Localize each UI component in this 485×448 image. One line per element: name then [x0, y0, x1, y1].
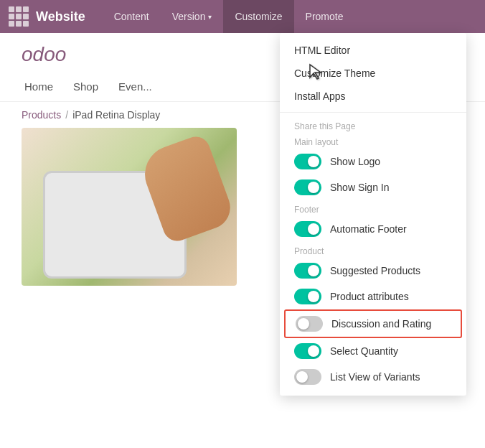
install-apps-item[interactable]: Install Apps	[280, 85, 466, 108]
show-sign-in-label: Show Sign In	[330, 182, 390, 193]
nav-content[interactable]: Content	[103, 0, 161, 33]
toggle-knob	[308, 156, 319, 167]
product-image	[22, 128, 237, 286]
toggle-suggested-products[interactable]: Suggested Products	[280, 258, 466, 284]
discussion-rating-label: Discussion and Rating	[331, 318, 431, 330]
toggle-knob	[298, 318, 309, 330]
breadcrumb-current-page: iPad Retina Display	[72, 109, 160, 121]
nav-version[interactable]: Version ▾	[161, 0, 224, 33]
toggle-knob	[308, 223, 319, 235]
show-logo-toggle[interactable]	[294, 154, 321, 169]
toggle-list-view-variants[interactable]: List View of Variants	[280, 364, 466, 390]
divider-1	[280, 112, 466, 113]
nav-customize[interactable]: Customize	[223, 0, 293, 33]
select-quantity-toggle[interactable]	[294, 343, 321, 359]
breadcrumb-products-link[interactable]: Products	[22, 109, 61, 121]
topbar-nav: Content Version ▾ Customize Promote	[103, 0, 476, 33]
customize-dropdown: HTML Editor Customize Theme Install Apps…	[280, 33, 466, 396]
app-title: Website	[36, 9, 85, 24]
site-nav-events[interactable]: Even...	[116, 80, 155, 93]
toggle-knob	[308, 265, 319, 276]
breadcrumb-separator: /	[65, 109, 68, 121]
toggle-show-sign-in[interactable]: Show Sign In	[280, 174, 466, 200]
toggle-knob	[308, 291, 319, 302]
toggle-knob	[308, 182, 319, 193]
list-view-variants-label: List View of Variants	[330, 371, 420, 383]
toggle-show-logo[interactable]: Show Logo	[280, 149, 466, 174]
site-nav-shop[interactable]: Shop	[70, 80, 101, 93]
apps-grid-icon[interactable]	[9, 6, 29, 27]
discussion-rating-toggle[interactable]	[296, 316, 323, 332]
nav-promote[interactable]: Promote	[294, 0, 355, 33]
topbar: Website Content Version ▾ Customize Prom…	[0, 0, 485, 33]
toggle-product-attributes[interactable]: Product attributes	[280, 284, 466, 309]
version-caret: ▾	[208, 13, 212, 21]
html-editor-item[interactable]: HTML Editor	[280, 39, 466, 62]
product-attributes-label: Product attributes	[330, 291, 409, 302]
site-nav-home[interactable]: Home	[22, 80, 56, 93]
odoo-logo: odoo	[22, 43, 66, 66]
customize-theme-item[interactable]: Customize Theme	[280, 62, 466, 85]
section-main-layout: Main layout	[280, 133, 466, 149]
show-sign-in-toggle[interactable]	[294, 179, 321, 195]
main-area: odoo Home Shop Even... ...ntat Products …	[0, 33, 485, 448]
toggle-knob	[296, 371, 308, 383]
show-logo-label: Show Logo	[330, 156, 380, 167]
suggested-products-toggle[interactable]	[294, 263, 321, 279]
section-share-this-page: Share this Page	[280, 117, 466, 133]
select-quantity-label: Select Quantity	[330, 345, 398, 357]
toggle-select-quantity[interactable]: Select Quantity	[280, 338, 466, 364]
section-product: Product	[280, 242, 466, 258]
suggested-products-label: Suggested Products	[330, 265, 420, 276]
list-view-variants-toggle[interactable]	[294, 369, 321, 385]
automatic-footer-label: Automatic Footer	[330, 223, 407, 235]
section-footer: Footer	[280, 200, 466, 216]
toggle-discussion-and-rating[interactable]: Discussion and Rating	[284, 309, 462, 338]
product-attributes-toggle[interactable]	[294, 289, 321, 304]
automatic-footer-toggle[interactable]	[294, 221, 321, 237]
toggle-knob	[308, 345, 319, 357]
toggle-automatic-footer[interactable]: Automatic Footer	[280, 216, 466, 242]
